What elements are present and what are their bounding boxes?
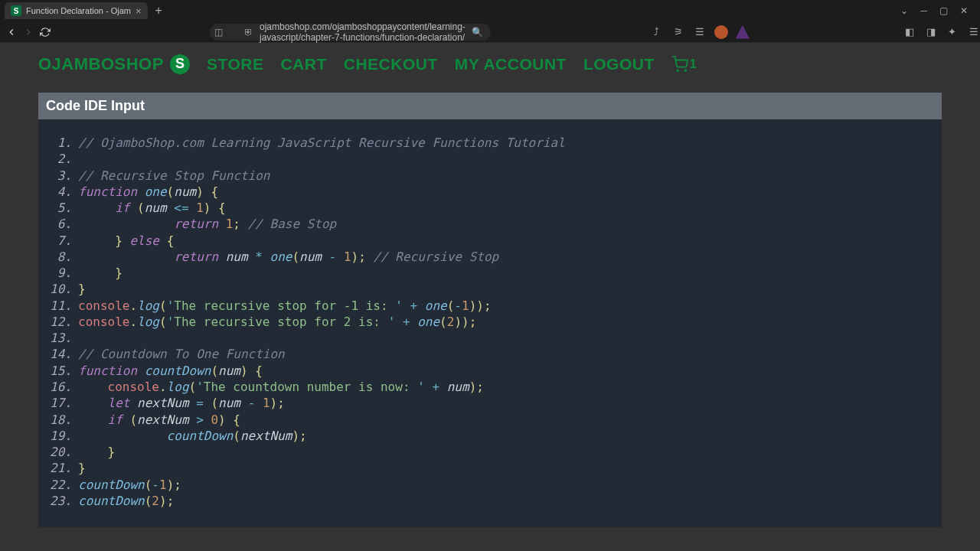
site-header: OJAMBOSHOP S STORE CART CHECKOUT MY ACCO… (0, 43, 980, 85)
ide-panel: Code IDE Input 1// OjamboShop.com Learni… (38, 93, 942, 527)
code-line: 11console.log('The recursive stop for -1… (49, 298, 931, 314)
cart-count: 1 (690, 57, 697, 71)
panel-icon[interactable]: ◧ (903, 25, 916, 39)
code-line: 3// Recursive Stop Function (49, 168, 931, 184)
site-logo-icon[interactable]: S (170, 54, 190, 74)
sparkle-icon[interactable]: ✦ (946, 25, 959, 39)
menu-icon[interactable]: ☰ (967, 25, 980, 39)
code-line: 14// Countdown To One Function (49, 346, 931, 362)
ide-header: Code IDE Input (38, 93, 942, 119)
code-line: 12console.log('The recursive stop for 2 … (49, 314, 931, 330)
favicon-icon: S (11, 5, 21, 16)
page-content: OJAMBOSHOP S STORE CART CHECKOUT MY ACCO… (0, 43, 980, 551)
browser-tab[interactable]: S Function Declaration - Ojam × (5, 2, 148, 19)
new-tab-button[interactable]: + (148, 4, 170, 18)
code-line: 8 return num * one(num - 1); // Recursiv… (49, 249, 931, 265)
code-line: 10} (49, 281, 931, 297)
window-controls: ⌄ ─ ▢ ✕ (900, 5, 975, 16)
maximize-icon[interactable]: ▢ (939, 5, 948, 16)
svg-point-0 (677, 70, 678, 71)
svg-point-1 (684, 70, 686, 71)
code-line: 13 (49, 330, 931, 346)
code-line: 2 (49, 151, 931, 167)
lock-icon[interactable]: ⛨ (244, 27, 253, 37)
code-line: 18 if (nextNum > 0) { (49, 412, 931, 428)
nav-bar: ◫ ⛨ ojamboshop.com/ojamboshoppaycontent/… (0, 21, 980, 43)
extension-shield-icon[interactable] (714, 25, 728, 39)
code-line: 17 let nextNum = (num - 1); (49, 395, 931, 411)
tab-bar: S Function Declaration - Ojam × + ⌄ ─ ▢ … (0, 0, 980, 21)
back-button[interactable] (6, 24, 17, 40)
share-icon[interactable]: ⤴ (650, 25, 664, 39)
reload-button[interactable] (40, 24, 51, 40)
minimize-icon[interactable]: ─ (920, 5, 927, 16)
code-line: 22countDown(-1); (49, 477, 931, 493)
nav-checkout[interactable]: CHECKOUT (344, 55, 438, 73)
url-text: ojamboshop.com/ojamboshoppaycontent/lear… (260, 21, 466, 43)
extension-triangle-icon[interactable] (736, 25, 750, 39)
code-line: 20 } (49, 444, 931, 460)
code-line: 6 return 1; // Base Stop (49, 216, 931, 232)
code-line: 7 } else { (49, 233, 931, 249)
tab-title: Function Declaration - Ojam (26, 6, 131, 15)
close-window-icon[interactable]: ✕ (960, 5, 968, 16)
code-line: 15function countDown(num) { (49, 363, 931, 379)
content-wrap: Code IDE Input 1// OjamboShop.com Learni… (0, 85, 980, 550)
code-line: 9 } (49, 265, 931, 281)
rss-icon[interactable]: ⚞ (671, 25, 685, 39)
zoom-icon[interactable]: 🔍 (472, 27, 483, 37)
code-line: 23countDown(2); (49, 493, 931, 509)
reader-icon[interactable]: ☰ (693, 25, 707, 39)
cart-icon (671, 56, 688, 73)
site-logo-text[interactable]: OJAMBOSHOP (38, 54, 164, 74)
code-block: 1// OjamboShop.com Learning JavaScript R… (38, 119, 942, 527)
nav-store[interactable]: STORE (207, 55, 263, 73)
toolbar-right: ⤴ ⚞ ☰ ◧ ◨ ✦ ☰ (650, 25, 980, 39)
cart-button[interactable]: 1 (671, 56, 697, 73)
url-bar[interactable]: ◫ ⛨ ojamboshop.com/ojamboshoppaycontent/… (210, 24, 491, 41)
sidebar-icon[interactable]: ◨ (924, 25, 938, 39)
browser-chrome: S Function Declaration - Ojam × + ⌄ ─ ▢ … (0, 0, 980, 43)
chevron-down-icon[interactable]: ⌄ (900, 5, 908, 16)
nav-logout[interactable]: LOGOUT (583, 55, 655, 73)
code-line: 4function one(num) { (49, 184, 931, 200)
close-tab-icon[interactable]: × (136, 5, 142, 17)
code-line: 19 countDown(nextNum); (49, 428, 931, 444)
nav-cart[interactable]: CART (280, 55, 326, 73)
bookmark-icon[interactable]: ◫ (214, 27, 223, 37)
code-line: 16 console.log('The countdown number is … (49, 379, 931, 395)
code-line: 1// OjamboShop.com Learning JavaScript R… (49, 135, 931, 151)
nav-account[interactable]: MY ACCOUNT (455, 55, 567, 73)
code-line: 21} (49, 460, 931, 476)
forward-button[interactable] (23, 24, 34, 40)
code-line: 5 if (num <= 1) { (49, 200, 931, 216)
